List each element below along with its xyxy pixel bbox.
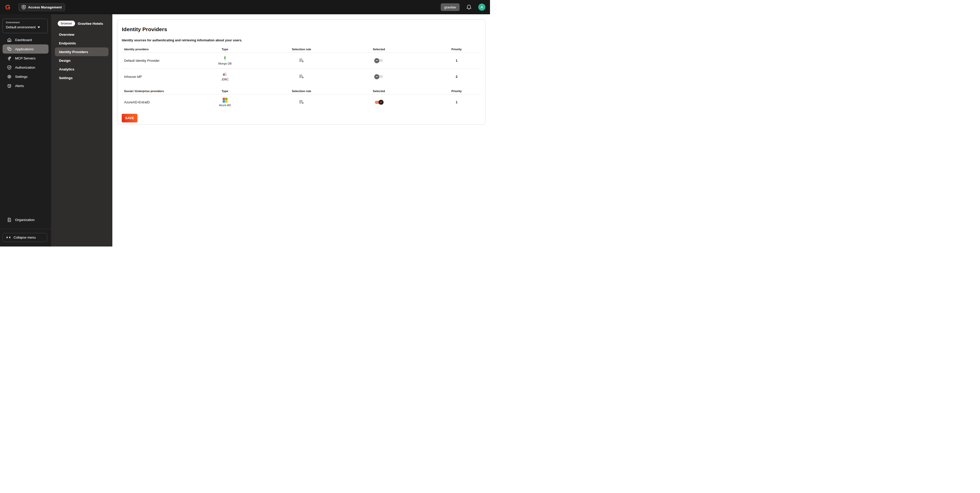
app-sidebar-item-label: Analytics xyxy=(59,67,74,71)
col-header-type: Type xyxy=(173,90,277,93)
sidebar-item-label: Authorization xyxy=(15,66,35,70)
table-header-row: Identity providers Type Selection rule S… xyxy=(122,46,481,52)
idp-name: Inhouse IdP xyxy=(122,75,173,79)
top-bar: G Access Management gravitee A xyxy=(0,0,490,14)
page-title: Identity Providers xyxy=(122,26,481,32)
sidebar-item-settings[interactable]: Settings xyxy=(3,72,49,81)
selected-toggle[interactable] xyxy=(375,59,383,62)
selection-rule-icon[interactable] xyxy=(299,59,304,63)
col-header-priority: Priority xyxy=(432,90,481,93)
alarm-clock-icon xyxy=(7,84,11,88)
priority-value: 2 xyxy=(432,75,481,79)
gear-icon xyxy=(7,75,11,79)
idp-type-label: Mongo DB xyxy=(218,62,232,65)
access-management-badge[interactable]: Access Management xyxy=(18,3,65,11)
idp-name: AzureAD-EntraID xyxy=(122,100,173,104)
selection-rule-icon[interactable] xyxy=(299,100,304,105)
sidebar-item-applications[interactable]: Applications xyxy=(3,44,49,54)
sidebar-item-dashboard[interactable]: Dashboard xyxy=(3,35,49,44)
org-button[interactable]: gravitee xyxy=(441,3,460,11)
sidebar-item-label: Alerts xyxy=(15,84,24,88)
organization-icon xyxy=(7,218,11,222)
col-header-type: Type xyxy=(173,48,277,51)
main-sidebar: Environment Default environment Dashboar… xyxy=(0,14,51,246)
app-sidebar-item-identity-providers[interactable]: Identity Providers xyxy=(55,48,108,56)
page-description: Identity sources for authenticating and … xyxy=(122,38,481,42)
app-name: Gravitee Hotels xyxy=(78,22,103,25)
applications-icon xyxy=(7,47,11,51)
azure-ad-icon xyxy=(223,98,228,103)
svg-text:G: G xyxy=(5,4,10,11)
environment-label: Environment xyxy=(6,21,45,24)
environment-value: Default environment xyxy=(6,25,35,29)
sidebar-item-label: Settings xyxy=(15,75,27,79)
app-type-badge: browser xyxy=(58,21,75,26)
col-header-social-enterprise: Social / Enterprise providers xyxy=(122,90,173,93)
mongodb-icon xyxy=(223,56,226,61)
identity-providers-card: Identity Providers Identity sources for … xyxy=(117,19,485,125)
table-row: Default Identity Provider Mongo DB xyxy=(122,52,481,68)
sidebar-item-label: MCP Servers xyxy=(15,56,35,60)
app-sidebar-item-label: Endpoints xyxy=(59,41,76,45)
col-header-priority: Priority xyxy=(432,48,481,51)
app-sidebar-item-label: Overview xyxy=(59,33,74,36)
app-sidebar-item-analytics[interactable]: Analytics xyxy=(55,65,108,73)
col-header-selection-rule: Selection rule xyxy=(277,48,326,51)
app-sidebar-item-settings[interactable]: Settings xyxy=(55,73,108,82)
collapse-menu-button[interactable]: Collapse menu xyxy=(3,233,47,242)
mcp-servers-icon xyxy=(7,56,11,60)
shield-check-icon xyxy=(7,65,11,70)
save-button[interactable]: SAVE xyxy=(122,114,137,122)
chevron-down-icon xyxy=(38,27,40,28)
app-sidebar-item-label: Settings xyxy=(59,76,73,80)
app-sidebar-item-endpoints[interactable]: Endpoints xyxy=(55,39,108,48)
sidebar-item-label: Organization xyxy=(15,218,35,222)
gravitee-logo-icon[interactable]: G xyxy=(5,4,11,11)
idp-name: Default Identity Provider xyxy=(122,59,173,62)
app-sidebar-item-label: Design xyxy=(59,59,70,62)
main-content: Identity Providers Identity sources for … xyxy=(112,14,490,246)
app-sidebar-item-design[interactable]: Design xyxy=(55,56,108,65)
product-badge-label: Access Management xyxy=(28,5,62,9)
jdbc-icon xyxy=(222,73,228,77)
notifications-bell-icon[interactable] xyxy=(466,4,472,10)
sidebar-item-label: Applications xyxy=(15,47,34,51)
sidebar-item-authorization[interactable]: Authorization xyxy=(3,63,49,72)
priority-value: 1 xyxy=(432,100,481,104)
environment-selector[interactable]: Environment Default environment xyxy=(3,19,48,33)
home-icon xyxy=(7,38,11,42)
idp-type-label: Azure AD xyxy=(219,104,231,107)
shield-lock-icon xyxy=(22,5,26,10)
sidebar-item-mcp-servers[interactable]: MCP Servers xyxy=(3,54,49,63)
application-sidebar: browser Gravitee Hotels Overview Endpoin… xyxy=(51,14,112,246)
table-header-row: Social / Enterprise providers Type Selec… xyxy=(122,88,481,94)
app-sidebar-item-label: Identity Providers xyxy=(59,50,88,54)
priority-value: 1 xyxy=(432,59,481,62)
avatar-initial: A xyxy=(480,5,483,9)
sidebar-item-label: Dashboard xyxy=(15,38,32,42)
idp-type-label: JDBC xyxy=(221,78,229,81)
sidebar-item-organization[interactable]: Organization xyxy=(3,215,49,224)
selected-toggle[interactable]: ✓ xyxy=(375,101,383,104)
table-row: AzureAD-EntraID Azure AD xyxy=(122,94,481,110)
identity-providers-table: Identity providers Type Selection rule S… xyxy=(122,46,481,110)
table-row: Inhouse IdP JDBC xyxy=(122,68,481,84)
collapse-menu-label: Collapse menu xyxy=(14,236,36,239)
col-header-selected: Selected xyxy=(326,48,432,51)
collapse-icon xyxy=(6,236,11,239)
sidebar-item-alerts[interactable]: Alerts xyxy=(3,81,49,90)
user-avatar[interactable]: A xyxy=(478,3,485,11)
col-header-selection-rule: Selection rule xyxy=(277,90,326,93)
app-sidebar-item-overview[interactable]: Overview xyxy=(55,30,108,39)
col-header-selected: Selected xyxy=(326,90,432,93)
col-header-identity-providers: Identity providers xyxy=(122,48,173,51)
selection-rule-icon[interactable] xyxy=(299,75,304,79)
sidebar-divider xyxy=(0,229,51,229)
selected-toggle[interactable] xyxy=(375,75,383,78)
